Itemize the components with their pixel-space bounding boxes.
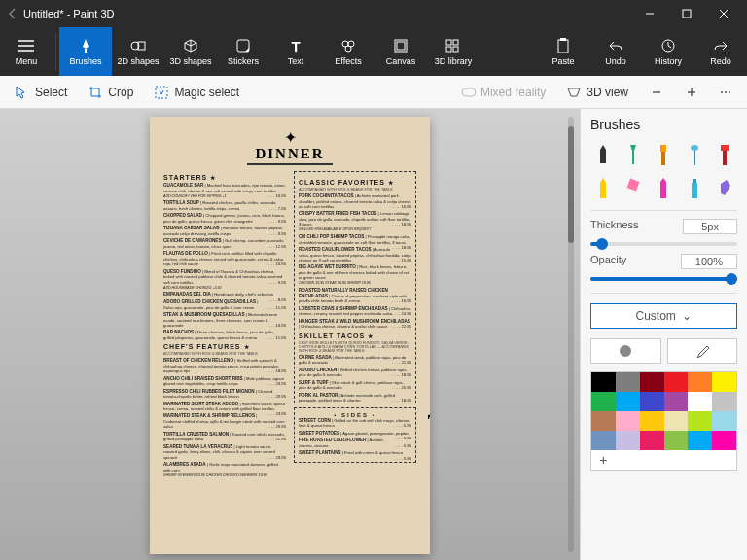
ornament-icon: ✦ [163,128,416,147]
color-swatch[interactable] [712,372,736,392]
back-icon[interactable] [6,7,19,20]
brush-marker[interactable] [590,142,615,169]
color-swatch[interactable] [664,431,689,450]
3d-view-button[interactable]: 3D view [559,82,636,103]
close-button[interactable] [706,0,741,27]
maximize-button[interactable] [669,0,704,27]
color-swatch[interactable] [664,392,689,411]
tab-2d-shapes[interactable]: 2D shapes [112,27,164,76]
brush-fill[interactable] [713,175,737,202]
section-starters: STARTERS★ [163,174,286,181]
svg-point-30 [620,345,631,357]
thickness-value: 5px [683,219,737,234]
menu-item: TIJUANA CAESAR SALAD | Romaine lettuce, … [163,226,286,236]
paste-button[interactable]: Paste [537,27,589,76]
tab-3d-shapes[interactable]: 3D shapes [164,27,217,76]
svg-rect-25 [600,183,606,198]
color-swatch[interactable] [712,392,736,411]
color-swatch[interactable] [591,431,616,450]
svg-rect-1 [85,49,87,52]
color-palette: + [590,371,737,471]
redo-button[interactable]: Redo [694,27,747,76]
eyedropper-button[interactable] [667,338,738,364]
svg-rect-19 [660,145,666,152]
svg-rect-13 [453,47,458,52]
material-dropdown[interactable]: Custom ⌄ [590,303,737,329]
cursor-icon: ↖ [426,410,430,426]
color-swatch[interactable] [591,372,616,392]
history-button[interactable]: History [642,27,694,76]
crop-tool[interactable]: Crop [81,82,141,103]
menu-item: SWEET POTATOES | Agave glazed, pomegrana… [299,431,411,437]
tab-3d-library[interactable]: 3D library [427,27,480,76]
menu-button[interactable]: Menu [0,27,53,76]
color-swatch[interactable] [616,431,640,450]
menu-item: CARNE ASADA | Marinated steak, poblano r… [299,355,411,366]
brush-calligraphy[interactable] [621,142,645,169]
color-swatch[interactable] [640,372,664,392]
svg-rect-12 [446,47,451,52]
color-swatch[interactable] [640,392,664,411]
svg-rect-24 [723,151,727,165]
color-swatch[interactable] [616,411,640,431]
color-swatch[interactable] [688,411,712,431]
opacity-slider[interactable] [590,277,737,281]
menu-item: CM CHILI POP SHRIMP TACOS | Pineapple ma… [299,234,411,245]
color-swatch[interactable] [591,392,616,411]
brush-pixel[interactable] [713,142,737,169]
zoom-in-button[interactable] [677,82,706,103]
brush-oil[interactable] [652,142,676,169]
menu-item: ANCHO CHILI BRAISED SHORT RIBS | Mole po… [163,376,286,387]
canvas-document[interactable]: ✦ DINNER STARTERS★ GUACAMOLE BAR | Mashe… [150,117,430,554]
material-matte[interactable] [590,338,661,364]
zoom-out-button[interactable] [642,82,671,103]
svg-rect-18 [462,88,476,96]
brush-crayon[interactable] [652,175,676,202]
tab-text[interactable]: TText [269,27,322,76]
menu-item: CHOPPED SALAD | Chopped greens, jicama, … [163,213,286,224]
color-swatch[interactable] [664,411,689,431]
color-swatch[interactable] [688,372,712,392]
menu-item: SEARED TUNA A LA VERACRUZ | Light tomato… [163,444,286,460]
section-skillet: SKILLET TACOS★ [299,332,411,339]
tab-effects[interactable]: Effects [322,27,374,76]
brush-watercolor[interactable] [682,142,706,169]
canvas-scrollbar[interactable] [568,117,574,552]
menu-item: TORTILLA SOUP | Roasted chicken, pasilla… [163,200,286,211]
brush-spray[interactable] [682,175,706,202]
svg-rect-11 [453,40,458,45]
tab-canvas[interactable]: Canvas [374,27,427,76]
color-swatch[interactable] [664,372,689,392]
tab-stickers[interactable]: Stickers [217,27,269,76]
undo-button[interactable]: Undo [589,27,642,76]
menu-item: QUESO FUNDIDO | Blend of Oaxaca & Chihua… [163,269,286,291]
select-tool[interactable]: Select [8,82,75,103]
more-button[interactable]: ⋯ [712,82,739,103]
add-color-button[interactable]: + [591,450,616,470]
svg-rect-22 [694,151,695,165]
color-swatch[interactable] [616,392,640,411]
opacity-label: Opacity [590,254,626,269]
thickness-slider[interactable] [590,242,737,246]
section-chefs: CHEF'S FEATURES★ [163,343,286,350]
color-swatch[interactable] [591,411,616,431]
menu-item: STREET CORN | Grilled on the cob with ch… [299,418,411,429]
tab-brushes[interactable]: Brushes [59,27,112,76]
menu-item: HANGER STEAK & WILD MUSHROOM ENCHILADAS … [299,319,411,330]
minimize-button[interactable] [632,0,667,27]
color-swatch[interactable] [712,431,736,450]
magic-select-tool[interactable]: Magic select [147,82,247,103]
canvas-area[interactable]: ✦ DINNER STARTERS★ GUACAMOLE BAR | Mashe… [0,109,580,560]
svg-rect-0 [683,10,691,18]
color-swatch[interactable] [688,392,712,411]
brush-pencil[interactable] [590,175,615,202]
color-swatch[interactable] [712,411,736,431]
svg-rect-17 [156,87,167,98]
color-swatch[interactable] [688,431,712,450]
menu-item: CEVICHE DE CAMARONES | Gulf shrimp, cucu… [163,238,286,249]
color-swatch[interactable] [616,372,640,392]
color-swatch[interactable] [640,431,664,450]
svg-rect-28 [692,183,697,198]
color-swatch[interactable] [640,411,664,431]
brush-eraser[interactable] [621,175,645,202]
